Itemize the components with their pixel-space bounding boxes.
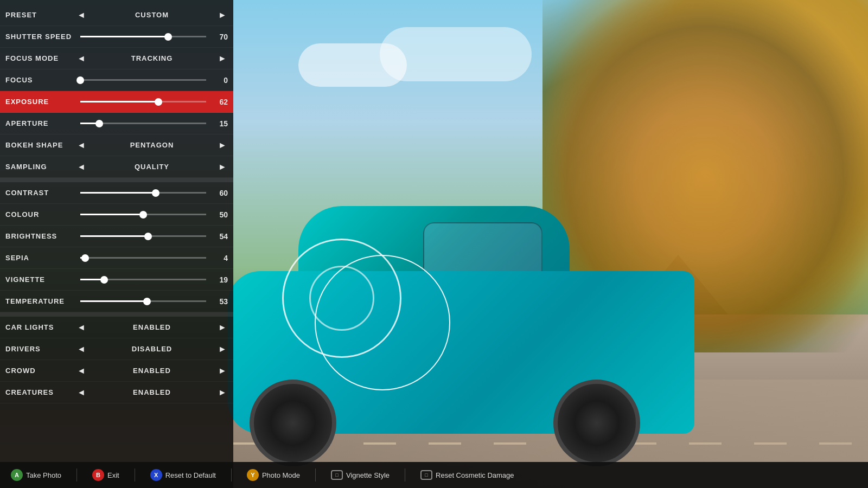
- divider-2: [135, 468, 135, 481]
- setting-label-5: APERTURE: [5, 119, 76, 127]
- selector-arrow-right-16[interactable]: ►: [217, 323, 228, 332]
- setting-row-2[interactable]: FOCUS MODE ◄ TRACKING ►: [0, 48, 233, 69]
- divider-4: [315, 468, 316, 481]
- settings-container: PRESET ◄ CUSTOM ► SHUTTER SPEED 70 FOCUS…: [0, 0, 233, 408]
- selector-arrow-left-17[interactable]: ◄: [76, 344, 87, 354]
- slider-thumb-4[interactable]: [155, 98, 162, 106]
- slider-track-13[interactable]: [80, 279, 206, 280]
- slider-thumb-3[interactable]: [76, 76, 84, 84]
- slider-thumb-12[interactable]: [81, 254, 89, 262]
- setting-value-3: 0: [210, 76, 228, 85]
- car-body: [217, 174, 705, 455]
- selector-container-7: ◄ QUALITY ►: [76, 162, 228, 172]
- slider-fill-1: [80, 36, 168, 37]
- setting-label-9: CONTRAST: [5, 189, 76, 197]
- slider-thumb-14[interactable]: [143, 298, 151, 305]
- selector-arrow-right-2[interactable]: ►: [217, 54, 228, 63]
- divider-1: [76, 468, 77, 481]
- divider-5: [405, 468, 405, 481]
- setting-label-17: DRIVERS: [5, 345, 76, 353]
- selector-arrow-left-18[interactable]: ◄: [76, 366, 87, 376]
- setting-value-4: 62: [210, 98, 228, 106]
- selector-arrow-right-17[interactable]: ►: [217, 344, 228, 354]
- bottom-action-4[interactable]: □ Vignette Style: [331, 470, 390, 480]
- slider-track-9[interactable]: [80, 192, 206, 194]
- setting-row-15: [0, 312, 233, 317]
- selector-arrow-right-6[interactable]: ►: [217, 140, 228, 150]
- setting-row-1: SHUTTER SPEED 70: [0, 26, 233, 48]
- setting-label-2: FOCUS MODE: [5, 54, 76, 62]
- selector-arrow-left-19[interactable]: ◄: [76, 388, 87, 397]
- focus-tracking-circle: [315, 255, 450, 390]
- slider-thumb-11[interactable]: [144, 233, 152, 240]
- setting-label-11: BRIGHTNESS: [5, 232, 76, 240]
- setting-label-14: TEMPERATURE: [5, 297, 76, 305]
- bottom-action-5[interactable]: □ Reset Cosmetic Damage: [420, 470, 514, 480]
- slider-fill-14: [80, 300, 147, 302]
- action-label-4: Vignette Style: [346, 471, 390, 479]
- slider-track-1[interactable]: [80, 36, 206, 37]
- wheel-rear: [553, 380, 640, 466]
- setting-label-6: BOKEH SHAPE: [5, 141, 76, 149]
- slider-fill-4: [80, 101, 158, 102]
- slider-track-4[interactable]: [80, 101, 206, 102]
- setting-row-13: VIGNETTE 19: [0, 269, 233, 291]
- btn-y-3: Y: [247, 469, 259, 481]
- setting-row-9: CONTRAST 60: [0, 182, 233, 204]
- selector-value-16: ENABLED: [87, 323, 217, 331]
- setting-row-3: FOCUS 0: [0, 69, 233, 91]
- setting-label-12: SEPIA: [5, 254, 76, 262]
- slider-track-14[interactable]: [80, 300, 206, 302]
- selector-container-6: ◄ PENTAGON ►: [76, 140, 228, 150]
- setting-row-17[interactable]: DRIVERS ◄ DISABLED ►: [0, 338, 233, 360]
- bottom-action-2[interactable]: X Reset to Default: [150, 469, 216, 481]
- selector-arrow-right-18[interactable]: ►: [217, 366, 228, 376]
- selector-arrow-right-7[interactable]: ►: [217, 162, 228, 172]
- slider-track-3[interactable]: [80, 79, 206, 81]
- selector-arrow-right-19[interactable]: ►: [217, 388, 228, 397]
- setting-value-9: 60: [210, 189, 228, 197]
- selector-value-7: QUALITY: [87, 163, 217, 171]
- slider-fill-11: [80, 235, 148, 237]
- selector-arrow-left-0[interactable]: ◄: [76, 10, 87, 20]
- selector-arrow-left-6[interactable]: ◄: [76, 140, 87, 150]
- selector-arrow-left-7[interactable]: ◄: [76, 162, 87, 172]
- slider-thumb-10[interactable]: [139, 211, 147, 219]
- slider-thumb-5[interactable]: [95, 120, 103, 127]
- setting-value-12: 4: [210, 254, 228, 262]
- setting-row-6[interactable]: BOKEH SHAPE ◄ PENTAGON ►: [0, 134, 233, 156]
- setting-label-19: CREATURES: [5, 388, 76, 396]
- setting-row-16[interactable]: CAR LIGHTS ◄ ENABLED ►: [0, 317, 233, 338]
- setting-row-14: TEMPERATURE 53: [0, 291, 233, 312]
- car-container: [217, 174, 705, 455]
- setting-row-0[interactable]: PRESET ◄ CUSTOM ►: [0, 4, 233, 26]
- setting-row-19[interactable]: CREATURES ◄ ENABLED ►: [0, 382, 233, 403]
- selector-container-2: ◄ TRACKING ►: [76, 54, 228, 63]
- wheel-front: [250, 380, 336, 466]
- slider-track-11[interactable]: [80, 235, 206, 237]
- bottom-action-0[interactable]: A Take Photo: [11, 469, 61, 481]
- slider-thumb-9[interactable]: [152, 189, 159, 197]
- slider-track-5[interactable]: [80, 123, 206, 124]
- setting-label-16: CAR LIGHTS: [5, 323, 76, 331]
- selector-arrow-right-0[interactable]: ►: [217, 10, 228, 20]
- slider-track-12[interactable]: [80, 257, 206, 259]
- bottom-action-3[interactable]: Y Photo Mode: [247, 469, 300, 481]
- setting-value-5: 15: [210, 119, 228, 128]
- slider-track-10[interactable]: [80, 214, 206, 215]
- selector-value-2: TRACKING: [87, 54, 217, 62]
- divider-3: [231, 468, 232, 481]
- setting-row-5: APERTURE 15: [0, 113, 233, 134]
- setting-row-18[interactable]: CROWD ◄ ENABLED ►: [0, 360, 233, 382]
- bottom-action-1[interactable]: B Exit: [92, 469, 119, 481]
- selector-value-19: ENABLED: [87, 388, 217, 396]
- setting-row-8: [0, 178, 233, 182]
- slider-thumb-13[interactable]: [100, 276, 108, 284]
- setting-value-1: 70: [210, 33, 228, 41]
- setting-row-7[interactable]: SAMPLING ◄ QUALITY ►: [0, 156, 233, 178]
- setting-label-10: COLOUR: [5, 210, 76, 219]
- selector-arrow-left-16[interactable]: ◄: [76, 323, 87, 332]
- selector-arrow-left-2[interactable]: ◄: [76, 54, 87, 63]
- setting-label-7: SAMPLING: [5, 163, 76, 171]
- slider-thumb-1[interactable]: [164, 33, 172, 41]
